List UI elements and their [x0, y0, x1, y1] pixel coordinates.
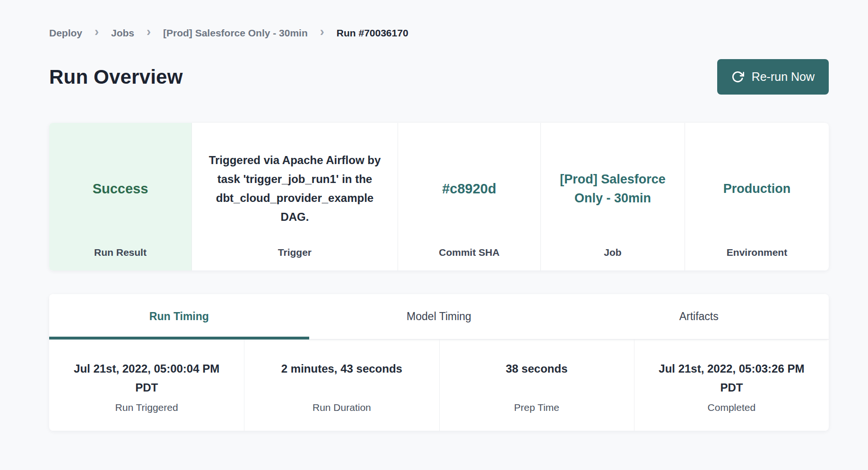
rotate-cw-icon: [731, 70, 744, 83]
job-label: Job: [555, 247, 670, 258]
run-duration-label: Run Duration: [258, 402, 425, 413]
environment-label: Environment: [699, 247, 815, 258]
run-summary-row: Success Run Result Triggered via Apache …: [49, 123, 829, 270]
breadcrumb-job-name[interactable]: [Prod] Salesforce Only - 30min: [163, 27, 308, 39]
chevron-right-icon: ›: [147, 26, 151, 38]
title-row: Run Overview Re-run Now: [49, 59, 829, 95]
rerun-now-button[interactable]: Re-run Now: [717, 59, 829, 95]
run-triggered-label: Run Triggered: [62, 402, 231, 413]
commit-sha-link[interactable]: #c8920d: [442, 179, 496, 198]
breadcrumb-jobs[interactable]: Jobs: [111, 27, 134, 39]
page-title: Run Overview: [49, 66, 183, 88]
tab-run-timing[interactable]: Run Timing: [49, 294, 309, 339]
run-overview-page: Deploy › Jobs › [Prod] Salesforce Only -…: [0, 0, 868, 431]
tab-bar: Run Timing Model Timing Artifacts: [49, 294, 829, 339]
run-result-label: Run Result: [63, 247, 177, 258]
prep-time-value: 38 seconds: [453, 359, 621, 378]
run-duration-value: 2 minutes, 43 seconds: [258, 359, 425, 378]
run-triggered-value: Jul 21st, 2022, 05:00:04 PM PDT: [69, 359, 225, 397]
commit-sha-label: Commit SHA: [412, 247, 526, 258]
run-triggered-cell: Jul 21st, 2022, 05:00:04 PM PDT Run Trig…: [49, 339, 244, 431]
run-result-value: Success: [63, 134, 177, 243]
run-duration-cell: 2 minutes, 43 seconds Run Duration: [244, 339, 439, 431]
chevron-right-icon: ›: [95, 26, 99, 38]
prep-time-cell: 38 seconds Prep Time: [439, 339, 634, 431]
environment-link[interactable]: Production: [723, 179, 791, 198]
job-card: [Prod] Salesforce Only - 30min Job: [540, 123, 685, 270]
chevron-right-icon: ›: [320, 26, 324, 38]
completed-label: Completed: [648, 402, 816, 413]
run-timing-card: Run Timing Model Timing Artifacts Jul 21…: [49, 294, 829, 431]
completed-cell: Jul 21st, 2022, 05:03:26 PM PDT Complete…: [634, 339, 829, 431]
environment-card: Production Environment: [685, 123, 829, 270]
breadcrumb-run-number: Run #70036170: [337, 27, 408, 39]
trigger-card: Triggered via Apache Airflow by task 'tr…: [192, 123, 398, 270]
breadcrumb-deploy[interactable]: Deploy: [49, 27, 82, 39]
breadcrumb: Deploy › Jobs › [Prod] Salesforce Only -…: [49, 26, 829, 39]
rerun-now-label: Re-run Now: [752, 70, 815, 84]
prep-time-label: Prep Time: [453, 402, 621, 413]
trigger-label: Trigger: [206, 247, 383, 258]
trigger-value: Triggered via Apache Airflow by task 'tr…: [206, 134, 383, 243]
run-result-card: Success Run Result: [49, 123, 192, 270]
tab-artifacts[interactable]: Artifacts: [569, 294, 829, 339]
tab-model-timing[interactable]: Model Timing: [309, 294, 569, 339]
job-link[interactable]: [Prod] Salesforce Only - 30min: [555, 170, 670, 208]
completed-value: Jul 21st, 2022, 05:03:26 PM PDT: [653, 359, 809, 397]
commit-sha-card: #c8920d Commit SHA: [398, 123, 540, 270]
timing-grid: Jul 21st, 2022, 05:00:04 PM PDT Run Trig…: [49, 339, 829, 431]
